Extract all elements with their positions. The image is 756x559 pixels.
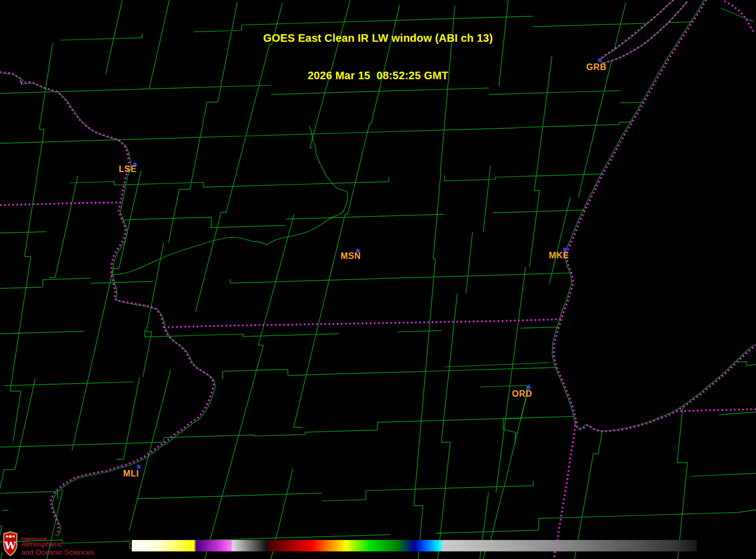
station-label-MKE: MKE (549, 251, 569, 261)
uw-crest-icon: W (2, 531, 18, 557)
station-marker-GRB (598, 59, 601, 62)
title-line-2: 2026 Mar 15 08:52:25 GMT (0, 69, 756, 82)
uw-monogram: W (4, 539, 16, 551)
ord-county-detail-lines (445, 363, 551, 445)
wisconsin-illinois-border (164, 319, 561, 327)
station-label-GRB: GRB (586, 62, 606, 72)
illinois-indiana-border (554, 421, 576, 559)
logo-oceanic-sciences: and Oceanic Sciences (21, 549, 94, 557)
indiana-michigan-border (676, 409, 756, 411)
river-boundaries-layer (2, 73, 551, 536)
station-label-LSE: LSE (119, 164, 137, 174)
mississippi-river-border (0, 72, 214, 535)
station-label-MLI: MLI (123, 469, 139, 479)
wisconsin-river-line (113, 126, 348, 275)
station-marker-MLI (137, 465, 140, 468)
station-label-MSN: MSN (341, 251, 361, 261)
minnesota-iowa-border (0, 202, 120, 205)
station-label-ORD: ORD (512, 389, 532, 399)
image-title: GOES East Clean IR LW window (ABI ch 13)… (0, 7, 756, 107)
satellite-image-viewport: GOES East Clean IR LW window (ABI ch 13)… (0, 0, 756, 559)
ir-enhancement-colorbar (132, 540, 697, 551)
mississippi-county-line (2, 73, 215, 536)
uw-aos-logo: W Department of Atmospheric and Oceanic … (2, 531, 94, 557)
logo-atmospheric: Atmospheric (21, 541, 94, 549)
title-line-1: GOES East Clean IR LW window (ABI ch 13) (0, 32, 756, 45)
